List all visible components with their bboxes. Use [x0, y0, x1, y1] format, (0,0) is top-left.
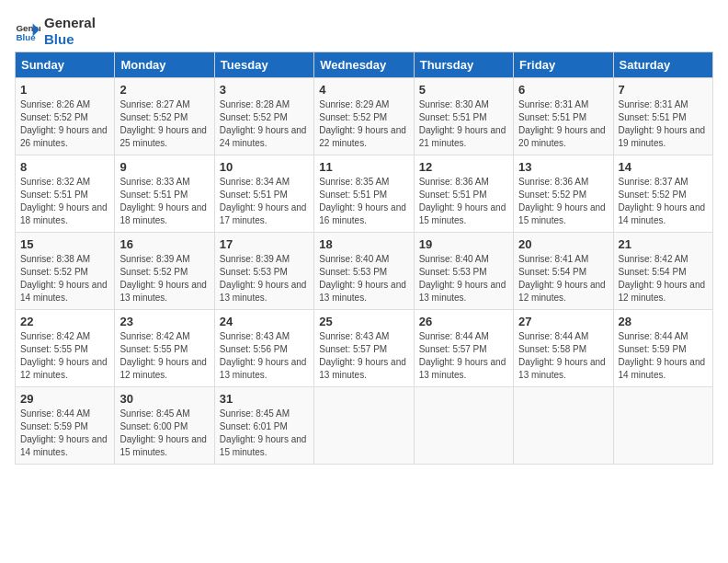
- day-info: Sunrise: 8:44 AM Sunset: 5:59 PM Dayligh…: [20, 408, 109, 459]
- day-number: 29: [20, 392, 109, 406]
- day-info: Sunrise: 8:31 AM Sunset: 5:51 PM Dayligh…: [619, 98, 708, 150]
- calendar-cell: 16 Sunrise: 8:39 AM Sunset: 5:52 PM Dayl…: [115, 233, 214, 310]
- weekday-header-monday: Monday: [115, 52, 214, 78]
- calendar-cell: 19 Sunrise: 8:40 AM Sunset: 5:53 PM Dayl…: [414, 233, 513, 310]
- logo: General Blue GeneralBlue: [15, 15, 96, 48]
- day-info: Sunrise: 8:40 AM Sunset: 5:53 PM Dayligh…: [419, 253, 508, 304]
- day-number: 10: [220, 160, 309, 174]
- calendar-cell: 5 Sunrise: 8:30 AM Sunset: 5:51 PM Dayli…: [414, 78, 513, 155]
- day-number: 28: [619, 315, 708, 328]
- calendar-cell: 27 Sunrise: 8:44 AM Sunset: 5:58 PM Dayl…: [514, 310, 613, 387]
- day-number: 12: [419, 160, 508, 174]
- day-info: Sunrise: 8:45 AM Sunset: 6:01 PM Dayligh…: [220, 408, 309, 459]
- calendar-cell: 17 Sunrise: 8:39 AM Sunset: 5:53 PM Dayl…: [214, 233, 313, 310]
- day-number: 4: [319, 83, 408, 97]
- day-number: 9: [119, 160, 209, 174]
- calendar-cell: 6 Sunrise: 8:31 AM Sunset: 5:51 PM Dayli…: [514, 78, 613, 155]
- day-info: Sunrise: 8:43 AM Sunset: 5:56 PM Dayligh…: [220, 330, 309, 382]
- day-number: 8: [20, 160, 109, 174]
- day-info: Sunrise: 8:39 AM Sunset: 5:53 PM Dayligh…: [220, 253, 309, 304]
- day-info: Sunrise: 8:38 AM Sunset: 5:52 PM Dayligh…: [20, 253, 109, 304]
- day-info: Sunrise: 8:36 AM Sunset: 5:51 PM Dayligh…: [419, 176, 508, 227]
- day-info: Sunrise: 8:35 AM Sunset: 5:51 PM Dayligh…: [319, 176, 408, 227]
- calendar-cell: 24 Sunrise: 8:43 AM Sunset: 5:56 PM Dayl…: [214, 310, 313, 387]
- day-info: Sunrise: 8:44 AM Sunset: 5:59 PM Dayligh…: [619, 330, 708, 382]
- calendar-cell: 23 Sunrise: 8:42 AM Sunset: 5:55 PM Dayl…: [115, 310, 214, 387]
- day-info: Sunrise: 8:30 AM Sunset: 5:51 PM Dayligh…: [419, 98, 508, 150]
- day-number: 5: [419, 83, 508, 97]
- calendar-cell: 9 Sunrise: 8:33 AM Sunset: 5:51 PM Dayli…: [115, 155, 214, 233]
- calendar-cell: 22 Sunrise: 8:42 AM Sunset: 5:55 PM Dayl…: [16, 310, 115, 387]
- calendar-cell: [514, 387, 613, 465]
- day-info: Sunrise: 8:42 AM Sunset: 5:55 PM Dayligh…: [119, 330, 209, 382]
- day-info: Sunrise: 8:42 AM Sunset: 5:54 PM Dayligh…: [619, 253, 708, 304]
- day-info: Sunrise: 8:41 AM Sunset: 5:54 PM Dayligh…: [518, 253, 608, 304]
- calendar-cell: 14 Sunrise: 8:37 AM Sunset: 5:52 PM Dayl…: [613, 155, 712, 233]
- day-number: 17: [220, 237, 309, 251]
- calendar-cell: 29 Sunrise: 8:44 AM Sunset: 5:59 PM Dayl…: [16, 387, 115, 465]
- day-number: 2: [119, 83, 209, 97]
- day-info: Sunrise: 8:34 AM Sunset: 5:51 PM Dayligh…: [220, 176, 309, 227]
- calendar-cell: 13 Sunrise: 8:36 AM Sunset: 5:52 PM Dayl…: [514, 155, 613, 233]
- day-number: 24: [220, 315, 309, 328]
- day-info: Sunrise: 8:33 AM Sunset: 5:51 PM Dayligh…: [119, 176, 209, 227]
- day-info: Sunrise: 8:39 AM Sunset: 5:52 PM Dayligh…: [119, 253, 209, 304]
- calendar: SundayMondayTuesdayWednesdayThursdayFrid…: [15, 52, 713, 465]
- day-number: 27: [518, 315, 608, 328]
- calendar-cell: 8 Sunrise: 8:32 AM Sunset: 5:51 PM Dayli…: [16, 155, 115, 233]
- day-number: 25: [319, 315, 408, 328]
- day-number: 30: [119, 392, 209, 406]
- day-number: 21: [619, 237, 708, 251]
- day-number: 16: [119, 237, 209, 251]
- calendar-cell: 21 Sunrise: 8:42 AM Sunset: 5:54 PM Dayl…: [613, 233, 712, 310]
- day-number: 3: [220, 83, 309, 97]
- day-number: 19: [419, 237, 508, 251]
- day-number: 7: [619, 83, 708, 97]
- day-number: 23: [119, 315, 209, 328]
- day-number: 15: [20, 237, 109, 251]
- day-number: 22: [20, 315, 109, 328]
- day-number: 20: [518, 237, 608, 251]
- day-info: Sunrise: 8:44 AM Sunset: 5:57 PM Dayligh…: [419, 330, 508, 382]
- calendar-cell: 10 Sunrise: 8:34 AM Sunset: 5:51 PM Dayl…: [214, 155, 313, 233]
- calendar-cell: 15 Sunrise: 8:38 AM Sunset: 5:52 PM Dayl…: [16, 233, 115, 310]
- logo-icon: General Blue: [15, 18, 40, 44]
- day-number: 18: [319, 237, 408, 251]
- day-info: Sunrise: 8:44 AM Sunset: 5:58 PM Dayligh…: [518, 330, 608, 382]
- day-info: Sunrise: 8:28 AM Sunset: 5:52 PM Dayligh…: [220, 98, 309, 150]
- calendar-cell: 26 Sunrise: 8:44 AM Sunset: 5:57 PM Dayl…: [414, 310, 513, 387]
- calendar-cell: [314, 387, 414, 465]
- calendar-cell: 7 Sunrise: 8:31 AM Sunset: 5:51 PM Dayli…: [613, 78, 712, 155]
- day-number: 1: [20, 83, 109, 97]
- day-info: Sunrise: 8:36 AM Sunset: 5:52 PM Dayligh…: [518, 176, 608, 227]
- day-info: Sunrise: 8:43 AM Sunset: 5:57 PM Dayligh…: [319, 330, 408, 382]
- day-number: 6: [518, 83, 608, 97]
- calendar-cell: 18 Sunrise: 8:40 AM Sunset: 5:53 PM Dayl…: [314, 233, 414, 310]
- calendar-cell: 30 Sunrise: 8:45 AM Sunset: 6:00 PM Dayl…: [115, 387, 214, 465]
- day-number: 13: [518, 160, 608, 174]
- day-info: Sunrise: 8:42 AM Sunset: 5:55 PM Dayligh…: [20, 330, 109, 382]
- calendar-cell: 3 Sunrise: 8:28 AM Sunset: 5:52 PM Dayli…: [214, 78, 313, 155]
- logo-text: GeneralBlue: [44, 15, 96, 48]
- calendar-cell: [613, 387, 712, 465]
- day-info: Sunrise: 8:45 AM Sunset: 6:00 PM Dayligh…: [119, 408, 209, 459]
- day-info: Sunrise: 8:32 AM Sunset: 5:51 PM Dayligh…: [20, 176, 109, 227]
- weekday-header-saturday: Saturday: [613, 52, 712, 78]
- weekday-header-tuesday: Tuesday: [214, 52, 313, 78]
- day-number: 26: [419, 315, 508, 328]
- day-info: Sunrise: 8:37 AM Sunset: 5:52 PM Dayligh…: [619, 176, 708, 227]
- day-number: 14: [619, 160, 708, 174]
- day-info: Sunrise: 8:40 AM Sunset: 5:53 PM Dayligh…: [319, 253, 408, 304]
- weekday-header-sunday: Sunday: [16, 52, 115, 78]
- calendar-cell: 28 Sunrise: 8:44 AM Sunset: 5:59 PM Dayl…: [613, 310, 712, 387]
- calendar-cell: 1 Sunrise: 8:26 AM Sunset: 5:52 PM Dayli…: [16, 78, 115, 155]
- day-info: Sunrise: 8:26 AM Sunset: 5:52 PM Dayligh…: [20, 98, 109, 150]
- calendar-cell: 31 Sunrise: 8:45 AM Sunset: 6:01 PM Dayl…: [214, 387, 313, 465]
- weekday-header-wednesday: Wednesday: [314, 52, 414, 78]
- day-info: Sunrise: 8:27 AM Sunset: 5:52 PM Dayligh…: [119, 98, 209, 150]
- day-number: 31: [220, 392, 309, 406]
- calendar-cell: 12 Sunrise: 8:36 AM Sunset: 5:51 PM Dayl…: [414, 155, 513, 233]
- calendar-cell: [414, 387, 513, 465]
- calendar-cell: 20 Sunrise: 8:41 AM Sunset: 5:54 PM Dayl…: [514, 233, 613, 310]
- weekday-header-friday: Friday: [514, 52, 613, 78]
